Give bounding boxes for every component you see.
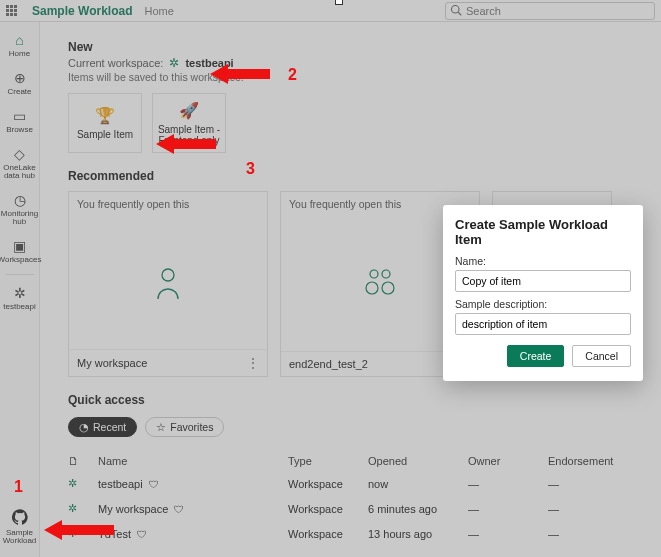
chip-favorites[interactable]: ☆Favorites <box>145 417 224 437</box>
app-brand[interactable]: Sample Workload <box>32 4 132 18</box>
shield-icon: 🛡 <box>174 504 184 515</box>
create-item-modal: Create Sample Workload Item Name: Sample… <box>443 205 643 381</box>
breadcrumb[interactable]: Home <box>144 5 173 17</box>
row-opened: now <box>368 478 468 490</box>
annotation-arrow-1: 1 <box>14 478 134 548</box>
home-icon: ⌂ <box>15 32 23 48</box>
annotation-label-1: 1 <box>14 478 23 495</box>
search-input[interactable] <box>445 2 655 20</box>
row-opened: 13 hours ago <box>368 528 468 540</box>
top-bar: Sample Workload Home <box>0 0 661 22</box>
row-type: Workspace <box>288 478 368 490</box>
svg-line-1 <box>458 12 461 15</box>
row-endorsement: — <box>548 503 638 515</box>
rail-item-onelake[interactable]: ◇OneLake data hub <box>0 140 40 186</box>
col-owner[interactable]: Owner <box>468 455 548 467</box>
row-endorsement: — <box>548 478 638 490</box>
chip-recent[interactable]: ◔Recent <box>68 417 137 437</box>
svg-marker-7 <box>210 64 270 84</box>
svg-point-3 <box>370 270 378 278</box>
new-tiles: 🏆 Sample Item 🚀 Sample Item - Frontend o… <box>68 93 637 153</box>
annotation-label-2: 2 <box>288 66 297 83</box>
row-owner: — <box>468 528 548 540</box>
cancel-button[interactable]: Cancel <box>572 345 631 367</box>
svg-point-0 <box>452 5 460 13</box>
modal-name-label: Name: <box>455 255 631 267</box>
shield-icon: 🛡 <box>149 479 159 490</box>
table-row[interactable]: ✲ TdTest🛡 Workspace 13 hours ago — — <box>68 521 637 546</box>
rail-item-create[interactable]: ⊕Create <box>0 64 40 102</box>
plus-circle-icon: ⊕ <box>14 70 26 86</box>
tile-label: Sample Item <box>77 129 133 140</box>
rail-item-browse[interactable]: ▭Browse <box>0 102 40 140</box>
diamond-icon: ◇ <box>14 146 25 162</box>
svg-marker-8 <box>156 134 216 154</box>
card-footer: My workspace <box>77 357 147 369</box>
quick-access-chips: ◔Recent ☆Favorites <box>68 417 637 437</box>
workspace-icon: ✲ <box>14 285 26 301</box>
recommended-card[interactable]: You frequently open this My workspace⋮ <box>68 191 268 377</box>
quick-access-table: 🗋 Name Type Opened Owner Endorsement ✲ t… <box>68 451 637 546</box>
row-type: Workspace <box>288 503 368 515</box>
app-launcher-icon[interactable] <box>6 5 20 16</box>
clock-icon: ◔ <box>79 421 89 433</box>
folder-icon: ▭ <box>13 108 26 124</box>
workspace-note: Items will be saved to this workspace. <box>68 71 637 83</box>
search-wrap <box>445 2 655 20</box>
annotation-arrow-3: 3 <box>156 130 266 180</box>
person-icon <box>69 216 267 349</box>
row-type: Workspace <box>288 528 368 540</box>
quick-access-heading: Quick access <box>68 393 637 407</box>
rail-item-testbeapi[interactable]: ✲testbeapi <box>0 279 40 317</box>
recommended-heading: Recommended <box>68 169 637 183</box>
card-footer: end2end_test_2 <box>289 358 368 370</box>
svg-point-6 <box>382 282 394 294</box>
trophy-icon: 🏆 <box>95 106 115 125</box>
tile-sample-item[interactable]: 🏆 Sample Item <box>68 93 142 153</box>
annotation-label-3: 3 <box>246 160 255 177</box>
card-subtitle: You frequently open this <box>69 192 267 216</box>
col-name[interactable]: Name <box>98 455 288 467</box>
left-rail: ⌂Home ⊕Create ▭Browse ◇OneLake data hub … <box>0 22 40 557</box>
svg-point-4 <box>382 270 390 278</box>
modal-desc-input[interactable] <box>455 313 631 335</box>
table-row[interactable]: ✲ My workspace🛡 Workspace 6 minutes ago … <box>68 496 637 521</box>
modal-desc-label: Sample description: <box>455 298 631 310</box>
row-endorsement: — <box>548 528 638 540</box>
rail-item-monitoring[interactable]: ◷Monitoring hub <box>0 186 40 232</box>
new-heading: New <box>68 40 637 54</box>
monitor-icon: ◷ <box>14 192 26 208</box>
table-header: 🗋 Name Type Opened Owner Endorsement <box>68 451 637 471</box>
workspace-small-icon: ✲ <box>169 56 179 70</box>
row-opened: 6 minutes ago <box>368 503 468 515</box>
col-icon: 🗋 <box>68 455 98 467</box>
col-type[interactable]: Type <box>288 455 368 467</box>
star-icon: ☆ <box>156 421 166 433</box>
top-square-marker <box>335 0 343 5</box>
annotation-arrow-2: 2 <box>210 60 310 98</box>
rail-item-workspaces[interactable]: ▣Workspaces <box>0 232 40 270</box>
col-endorsement[interactable]: Endorsement <box>548 455 638 467</box>
col-opened[interactable]: Opened <box>368 455 468 467</box>
create-button[interactable]: Create <box>507 345 565 367</box>
current-workspace-line: Current workspace: ✲ testbeapi <box>68 56 637 70</box>
grid-icon: ▣ <box>13 238 26 254</box>
table-row[interactable]: ✲ testbeapi🛡 Workspace now — — <box>68 471 637 496</box>
modal-name-input[interactable] <box>455 270 631 292</box>
row-owner: — <box>468 503 548 515</box>
svg-point-2 <box>162 269 174 281</box>
search-icon <box>450 4 462 19</box>
svg-point-5 <box>366 282 378 294</box>
row-owner: — <box>468 478 548 490</box>
shield-icon: 🛡 <box>137 529 147 540</box>
card-subtitle <box>493 192 611 204</box>
current-workspace-label: Current workspace: <box>68 57 163 69</box>
svg-marker-9 <box>44 520 114 540</box>
rail-separator <box>6 274 34 275</box>
modal-title: Create Sample Workload Item <box>455 217 631 247</box>
rocket-icon: 🚀 <box>179 101 199 120</box>
rail-item-home[interactable]: ⌂Home <box>0 26 40 64</box>
more-icon[interactable]: ⋮ <box>247 356 259 370</box>
